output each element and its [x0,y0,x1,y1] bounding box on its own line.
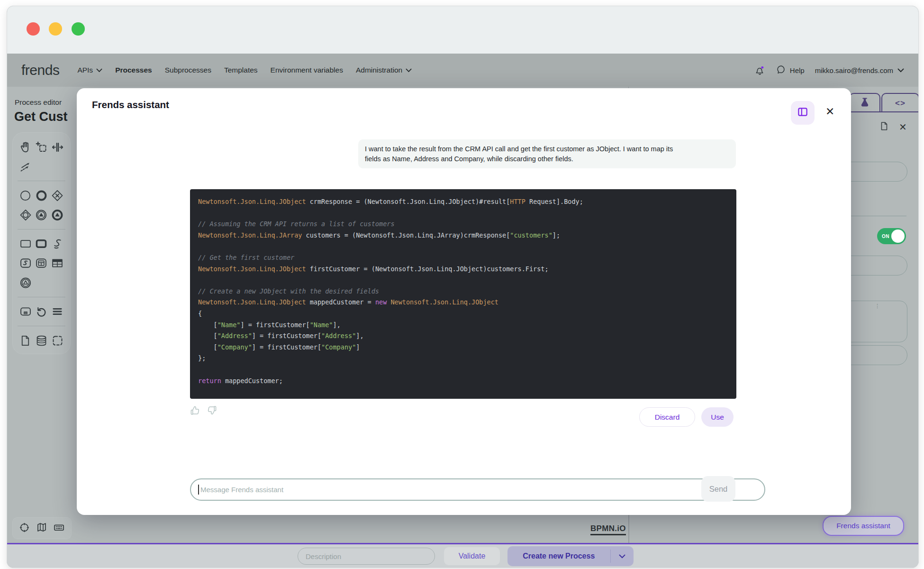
frends-logo: frends [21,62,59,78]
bpmn-palette [12,132,71,354]
task-icon[interactable] [19,237,32,250]
script-icon[interactable] [51,237,64,250]
call-activity-icon[interactable] [35,237,48,250]
send-button[interactable]: Send [701,476,735,502]
assistant-code-block: Newtonsoft.Json.Linq.JObject crmResponse… [190,189,736,399]
gateway-event-icon[interactable] [19,208,32,221]
window-titlebar [7,6,918,54]
nav-item-subprocesses[interactable]: Subprocesses [165,66,211,74]
assistant-message-input[interactable] [190,478,765,501]
minimap-icon[interactable] [36,522,47,535]
tab-test[interactable] [849,93,880,112]
bpmn-io-logo[interactable]: BPMN.iO [590,524,626,535]
notifications-bell-icon[interactable] [754,65,765,76]
breadcrumb: Process editor [15,98,62,107]
lasso-tool-icon[interactable] [35,140,48,154]
tab-code[interactable]: <> [881,93,919,112]
dialog-title: Frends assistant [92,99,169,110]
hand-tool-icon[interactable] [19,140,32,154]
nav-item-administration[interactable]: Administration [356,66,412,74]
top-nav: frends APIs Processes Subprocesses Templ… [7,54,918,87]
close-icon[interactable]: ✕ [825,106,834,117]
collapsed-subprocess-icon[interactable] [19,305,32,318]
escalation-event-icon[interactable] [19,276,32,289]
script-task-icon[interactable] [19,257,32,270]
nav-item-apis[interactable]: APIs [77,66,102,74]
parallel-marker-icon[interactable] [51,305,64,318]
frends-assistant-dialog: Frends assistant ✕ I want to take the re… [77,88,851,515]
chevron-down-icon [96,68,102,73]
validate-button[interactable]: Validate [444,547,500,565]
gateway-xor-icon[interactable] [51,189,64,202]
decision-table-icon[interactable] [51,257,64,270]
thumbs-down-icon[interactable] [207,405,217,418]
screen: frends APIs Processes Subprocesses Templ… [0,0,924,569]
nav-item-templates[interactable]: Templates [224,66,258,74]
message-input-wrap [190,478,765,501]
nav-item-processes[interactable]: Processes [115,66,152,74]
chat-bubble-icon [776,64,786,76]
code-content: Newtonsoft.Json.Linq.JObject crmResponse… [190,189,736,394]
group-icon[interactable] [51,334,64,347]
use-button[interactable]: Use [701,407,734,427]
panel-toggle-on[interactable]: ON [877,228,906,244]
app-window: frends APIs Processes Subprocesses Templ… [7,6,919,568]
chevron-down-icon [406,68,412,73]
user-account-menu[interactable]: mikko.sairo@frends.com [815,66,904,74]
window-close-button[interactable] [27,22,40,36]
create-new-process-button[interactable]: Create new Process [507,546,634,566]
signal-intermediate-event-icon[interactable] [35,208,48,221]
table-task-icon[interactable] [35,257,48,270]
panel-close-icon[interactable]: ✕ [899,121,907,133]
side-panel-icon [797,106,809,120]
end-event-icon[interactable] [35,189,48,202]
chevron-down-icon [897,68,904,73]
dock-to-side-button[interactable] [791,101,815,125]
thumbs-up-icon[interactable] [190,405,200,418]
window-minimize-button[interactable] [49,22,62,36]
reset-viewport-icon[interactable] [19,522,30,535]
help-button[interactable]: Help [776,64,805,76]
keyboard-shortcuts-icon[interactable] [53,522,65,535]
nav-item-environment-variables[interactable]: Environment variables [271,66,343,74]
toggle-knob [891,229,905,243]
process-title: Get Cust [14,110,68,124]
feedback-controls [190,405,217,418]
description-input[interactable] [298,548,435,565]
chevron-down-icon[interactable] [611,554,634,559]
drag-grip-icon: ⋮ [875,303,880,309]
connection-tool-icon[interactable] [19,160,32,173]
user-message: I want to take the result from the CRM A… [358,139,736,168]
start-event-icon[interactable] [19,189,32,202]
canvas-controls [12,517,72,539]
code-icon: <> [895,99,906,108]
copy-document-icon[interactable] [879,121,889,133]
flask-icon [859,97,870,110]
text-caret [198,485,199,495]
data-object-icon[interactable] [19,334,32,347]
signal-end-event-icon[interactable] [51,208,64,221]
space-tool-icon[interactable] [51,140,64,154]
discard-button[interactable]: Discard [639,407,695,427]
loop-marker-icon[interactable] [35,305,48,318]
bottom-action-bar: Validate Create new Process [7,543,918,568]
window-maximize-button[interactable] [72,22,85,36]
data-store-icon[interactable] [35,334,48,347]
